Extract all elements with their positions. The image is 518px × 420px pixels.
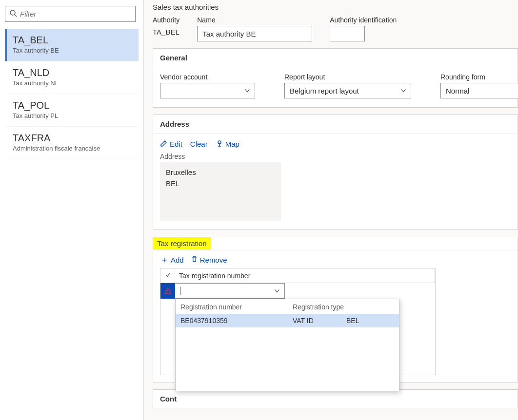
round-value: Normal bbox=[446, 87, 469, 95]
popup-row-num: BE0437910359 bbox=[180, 317, 293, 325]
filter-input[interactable] bbox=[17, 6, 131, 21]
vendor-select[interactable] bbox=[160, 83, 255, 98]
list-item-code: TA_NLD bbox=[13, 67, 133, 78]
map-pin-icon bbox=[216, 139, 223, 149]
authority-value: TA_BEL bbox=[153, 26, 179, 36]
list-item[interactable]: TA_POL Tax authority PL bbox=[5, 94, 139, 127]
vendor-label: Vendor account bbox=[160, 73, 255, 81]
section-header-address[interactable]: Address bbox=[153, 115, 518, 134]
list-item[interactable]: TA_NLD Tax authority NL bbox=[5, 61, 139, 94]
taxreg-grid: Tax registration number Registration num… bbox=[160, 268, 436, 375]
sidebar: TA_BEL Tax authority BE TA_NLD Tax autho… bbox=[0, 0, 144, 420]
address-display: Bruxelles BEL bbox=[160, 162, 281, 221]
plus-icon: ＋ bbox=[160, 255, 169, 264]
filter-box[interactable] bbox=[5, 6, 136, 22]
svg-line-1 bbox=[15, 15, 17, 17]
section-header-taxreg[interactable]: Tax registration bbox=[153, 237, 211, 250]
list-item-code: TAXFRA bbox=[13, 133, 133, 144]
authority-label: Authority bbox=[153, 16, 179, 24]
header-fields: Authority TA_BEL Name Authority identifi… bbox=[153, 16, 518, 41]
list-item-code: TA_POL bbox=[13, 100, 133, 111]
round-select[interactable]: Normal bbox=[440, 83, 518, 98]
address-clear-button[interactable]: Clear bbox=[190, 140, 208, 148]
list-item[interactable]: TAXFRA Administration fiscale francaise bbox=[5, 127, 139, 159]
section-general: General Vendor account Report layout Bel… bbox=[153, 48, 518, 108]
taxreg-dropdown-popup: Registration number Registration type BE… bbox=[175, 299, 399, 391]
list-item[interactable]: TA_BEL Tax authority BE bbox=[5, 29, 139, 61]
list-item-code: TA_BEL bbox=[13, 35, 133, 46]
list-item-sub: Administration fiscale francaise bbox=[13, 145, 133, 152]
popup-col-regnum[interactable]: Registration number bbox=[180, 303, 293, 311]
section-header-general[interactable]: General bbox=[153, 49, 518, 67]
grid-select-all[interactable] bbox=[160, 268, 175, 283]
svg-point-0 bbox=[10, 10, 15, 15]
list-item-sub: Tax authority PL bbox=[13, 112, 133, 119]
report-label: Report layout bbox=[284, 73, 411, 81]
name-label: Name bbox=[197, 16, 312, 24]
taxreg-number-dropdown[interactable] bbox=[175, 283, 285, 299]
search-icon bbox=[9, 9, 17, 19]
report-value: Belgium report layout bbox=[290, 87, 359, 95]
main: Sales tax authorities Authority TA_BEL N… bbox=[144, 0, 518, 420]
section-tax-registration: Tax registration ＋ Add Remove Tax regist… bbox=[153, 237, 518, 382]
grid-row-editing bbox=[160, 283, 435, 299]
name-input[interactable] bbox=[197, 26, 312, 41]
warning-icon bbox=[160, 283, 175, 299]
trash-icon bbox=[191, 255, 198, 264]
taxreg-remove-button[interactable]: Remove bbox=[191, 255, 227, 264]
check-icon bbox=[164, 271, 171, 280]
authority-list: TA_BEL Tax authority BE TA_NLD Tax autho… bbox=[5, 29, 139, 159]
page-title: Sales tax authorities bbox=[153, 3, 518, 11]
taxreg-add-button[interactable]: ＋ Add bbox=[160, 255, 184, 264]
list-item-sub: Tax authority BE bbox=[13, 47, 133, 54]
pencil-icon bbox=[160, 139, 168, 149]
popup-row[interactable]: BE0437910359 VAT ID BEL bbox=[176, 314, 399, 327]
grid-header-taxregnum[interactable]: Tax registration number bbox=[175, 268, 435, 283]
list-item-sub: Tax authority NL bbox=[13, 79, 133, 87]
authid-label: Authority identification bbox=[330, 16, 397, 24]
address-map-button[interactable]: Map bbox=[216, 139, 239, 149]
popup-row-country: BEL bbox=[346, 317, 394, 325]
address-edit-button[interactable]: Edit bbox=[160, 139, 182, 149]
svg-point-4 bbox=[167, 292, 168, 293]
popup-col-regtype[interactable]: Registration type bbox=[293, 303, 394, 311]
section-header-partial[interactable]: Cont bbox=[153, 389, 518, 408]
address-label: Address bbox=[160, 153, 511, 160]
svg-point-2 bbox=[218, 141, 221, 144]
section-address: Address Edit Clear Map Address Bruxelles… bbox=[153, 115, 518, 230]
popup-row-type: VAT ID bbox=[293, 317, 346, 325]
report-select[interactable]: Belgium report layout bbox=[284, 83, 411, 98]
authid-input[interactable] bbox=[330, 26, 365, 41]
text-caret bbox=[180, 287, 180, 295]
round-label: Rounding form bbox=[440, 73, 518, 81]
